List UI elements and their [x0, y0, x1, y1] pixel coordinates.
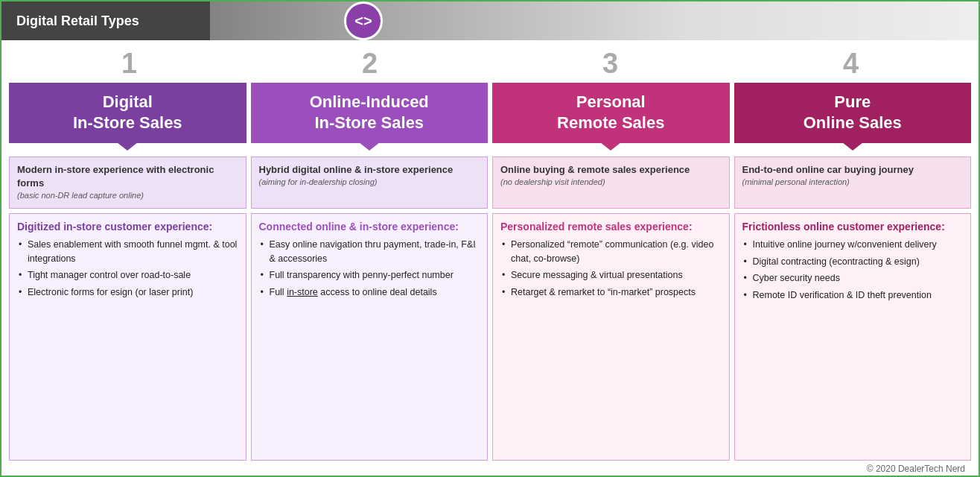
col3-desc-sub: (no dealership visit intended)	[500, 177, 722, 188]
list-item: Cyber security needs	[742, 271, 964, 285]
titles-row: Digital In-Store Sales Online-Induced In…	[9, 83, 971, 143]
list-item: Electronic forms for esign (or laser pri…	[17, 285, 238, 300]
col4-desc: End-to-end online car buying journey (mi…	[734, 157, 972, 209]
col3-exp-list: Personalized “remote” communication (e.g…	[500, 238, 722, 303]
col2-experience: Connected online & in-store experience: …	[251, 213, 489, 461]
list-item: Secure messaging & virtual presentations	[500, 268, 722, 282]
header-icon: <>	[344, 1, 383, 40]
col4-title-banner: Pure Online Sales	[734, 83, 972, 143]
footer: © 2020 DealerTech Nerd	[9, 461, 971, 476]
list-item: Sales enablement with smooth funnel mgmt…	[17, 238, 238, 266]
header-bar: Digital Retail Types <>	[1, 1, 979, 40]
col1-title-banner: Digital In-Store Sales	[9, 83, 246, 143]
list-item: Remote ID verification & ID theft preven…	[742, 288, 964, 303]
col1-exp-list: Sales enablement with smooth funnel mgmt…	[17, 238, 238, 303]
experience-row: Digitized in-store customer experience: …	[9, 213, 971, 461]
col1-number: 1	[9, 46, 249, 83]
list-item: Retarget & remarket to “in-market” prosp…	[500, 285, 722, 300]
col1-desc: Modern in-store experience with electron…	[9, 157, 246, 209]
header-title-box: Digital Retail Types	[1, 1, 210, 40]
col4-exp-title: Frictionless online customer experience:	[742, 220, 964, 233]
list-item: Digital contracting (econtracting & esig…	[742, 255, 964, 269]
col3-desc-main: Online buying & remote sales experience	[500, 163, 722, 177]
col2-exp-title: Connected online & in-store experience:	[259, 220, 480, 233]
col4-desc-sub: (minimal personal interaction)	[742, 177, 964, 188]
header-title: Digital Retail Types	[16, 13, 139, 29]
desc-row: Modern in-store experience with electron…	[9, 157, 971, 209]
col1-desc-sub: (basic non-DR lead capture online)	[17, 190, 238, 201]
col3-title-banner: Personal Remote Sales	[492, 83, 730, 143]
col2-title-banner: Online-Induced In-Store Sales	[251, 83, 489, 143]
col2-number: 2	[249, 46, 490, 83]
col2-desc: Hybrid digital online & in-store experie…	[251, 157, 489, 209]
col2-desc-main: Hybrid digital online & in-store experie…	[259, 163, 480, 177]
numbers-row: 1 2 3 4	[9, 46, 971, 83]
col4-desc-main: End-to-end online car buying journey	[742, 163, 964, 177]
col4-number: 4	[731, 46, 971, 83]
col3-desc: Online buying & remote sales experience …	[492, 157, 730, 209]
col1-exp-title: Digitized in-store customer experience:	[17, 220, 238, 233]
col1-desc-main: Modern in-store experience with electron…	[17, 163, 238, 190]
list-item: Tight manager control over road-to-sale	[17, 268, 238, 282]
col4-experience: Frictionless online customer experience:…	[734, 213, 972, 461]
col4-exp-list: Intuitive online journey w/convenient de…	[742, 238, 964, 306]
list-item: Full transparency with penny-perfect num…	[259, 268, 480, 282]
col3-experience: Personalized remote sales experience: Pe…	[492, 213, 730, 461]
col1-experience: Digitized in-store customer experience: …	[9, 213, 246, 461]
col2-exp-list: Easy online navigation thru payment, tra…	[259, 238, 480, 303]
col3-exp-title: Personalized remote sales experience:	[500, 220, 722, 233]
main-content: 1 2 3 4 Digital In-Store Sales Online-In…	[1, 40, 979, 477]
list-item: Full in-store access to online deal deta…	[259, 285, 480, 300]
col3-number: 3	[490, 46, 731, 83]
list-item: Easy online navigation thru payment, tra…	[259, 238, 480, 266]
copyright: © 2020 DealerTech Nerd	[867, 464, 965, 474]
instore-underline: in-store	[287, 287, 318, 297]
list-item: Personalized “remote” communication (e.g…	[500, 238, 722, 266]
col2-desc-sub: (aiming for in-dealership closing)	[259, 177, 480, 188]
list-item: Intuitive online journey w/convenient de…	[742, 238, 964, 252]
